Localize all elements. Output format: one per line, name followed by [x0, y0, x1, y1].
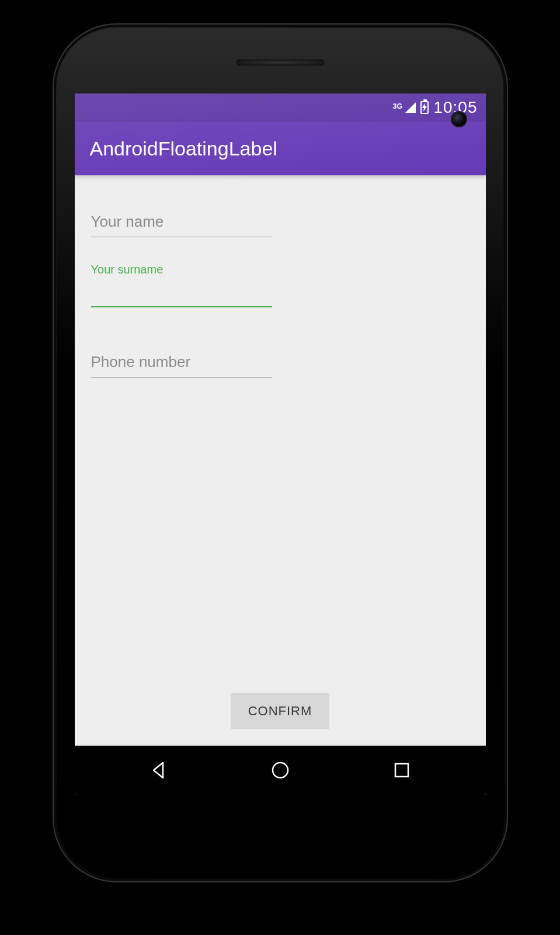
- phone-frame: 3G 10:05 AndroidFloatingLabel Your name …: [53, 23, 508, 882]
- phone-field: Phone number: [91, 333, 272, 378]
- confirm-button[interactable]: CONFIRM: [231, 693, 330, 729]
- surname-field: Your surname: [91, 263, 272, 307]
- svg-point-0: [273, 763, 288, 778]
- back-icon: [149, 760, 169, 780]
- signal-icon: [405, 102, 416, 113]
- surname-float-label: Your surname: [91, 263, 272, 276]
- home-icon: [270, 760, 290, 780]
- nav-recent-button[interactable]: [389, 757, 415, 783]
- network-indicator: 3G: [392, 102, 416, 113]
- phone-input[interactable]: [91, 349, 272, 378]
- status-bar: 3G 10:05: [75, 94, 486, 122]
- phone-camera: [452, 112, 466, 126]
- recent-icon: [393, 761, 411, 779]
- nav-home-button[interactable]: [267, 757, 293, 783]
- content-area: Your name Your surname Phone number CONF…: [75, 175, 486, 746]
- surname-input[interactable]: [91, 279, 272, 307]
- nav-back-button[interactable]: [146, 757, 172, 783]
- name-field: Your name: [91, 193, 272, 237]
- phone-screen: 3G 10:05 AndroidFloatingLabel Your name …: [75, 94, 486, 795]
- navigation-bar: [75, 746, 486, 795]
- battery-charging-icon: [422, 102, 427, 113]
- battery-icon: [420, 101, 429, 114]
- svg-rect-1: [395, 764, 408, 777]
- spacer: [91, 403, 469, 693]
- network-label: 3G: [392, 102, 402, 110]
- name-input[interactable]: [91, 209, 272, 237]
- confirm-row: CONFIRM: [91, 693, 469, 732]
- app-title: AndroidFloatingLabel: [90, 137, 277, 160]
- phone-speaker: [236, 60, 324, 65]
- app-bar: AndroidFloatingLabel: [75, 122, 486, 175]
